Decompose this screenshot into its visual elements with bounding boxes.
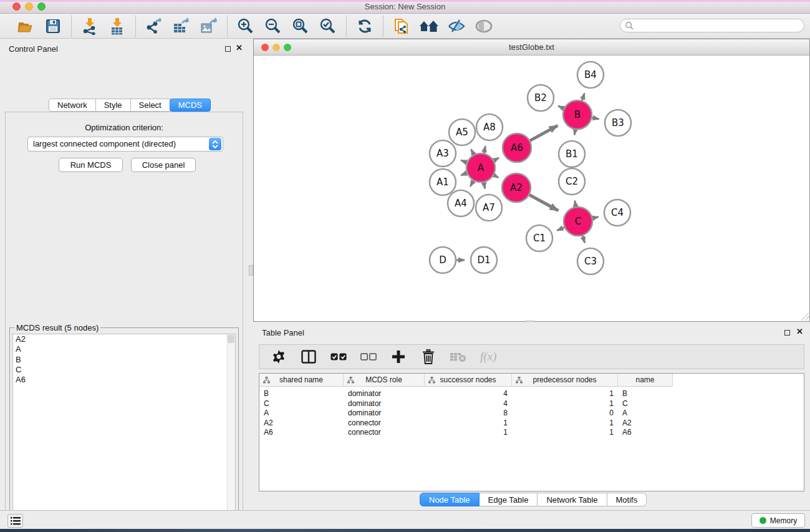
search-icon <box>625 21 634 30</box>
float-panel-icon[interactable] <box>784 330 790 336</box>
hide-all-columns-icon[interactable] <box>360 349 377 365</box>
float-panel-icon[interactable] <box>225 46 231 52</box>
table-cell[interactable]: 1 <box>512 418 618 428</box>
tab-style[interactable]: Style <box>96 99 131 112</box>
hide-graphics-details-icon[interactable] <box>446 17 466 36</box>
tab-select[interactable]: Select <box>131 99 170 112</box>
duplicate-network-icon[interactable] <box>392 17 412 36</box>
table-cell[interactable]: 4 <box>425 399 512 409</box>
close-panel-icon[interactable]: ✕ <box>796 327 803 336</box>
node-table[interactable]: shared nameMCDS rolesuccessor nodesprede… <box>259 373 804 491</box>
tab-motifs[interactable]: Motifs <box>607 493 647 506</box>
column-header-successor-nodes[interactable]: successor nodes <box>425 374 512 387</box>
mcds-result-list: A2ABCA6 <box>12 334 236 532</box>
zoom-in-icon[interactable] <box>236 17 256 36</box>
network-canvas[interactable]: AA1A2A3A4A5A6A7A8BB1B2B3B4CC1C2C3C4DD1 <box>254 56 809 321</box>
split-view-icon[interactable] <box>301 349 317 365</box>
table-cell[interactable]: A2 <box>259 418 344 428</box>
memory-button[interactable]: Memory <box>751 513 805 528</box>
table-row[interactable]: A6connector11A6 <box>259 428 673 438</box>
splitter-handle-vertical[interactable] <box>249 265 253 276</box>
table-cell[interactable]: C <box>618 399 673 409</box>
table-cell[interactable]: 1 <box>512 389 618 399</box>
open-file-icon[interactable] <box>16 17 36 36</box>
graph-edge-A6-B[interactable] <box>528 125 557 142</box>
table-cell[interactable]: 8 <box>425 409 512 418</box>
graph-node-label: C4 <box>611 207 624 218</box>
table-cell[interactable]: A2 <box>618 418 673 428</box>
table-cell[interactable]: 1 <box>512 399 618 409</box>
table-cell[interactable]: dominator <box>344 389 425 399</box>
close-panel-icon[interactable]: ✕ <box>236 43 243 52</box>
show-graphics-details-icon[interactable] <box>474 17 494 36</box>
zoom-fit-icon[interactable] <box>291 17 311 36</box>
memory-status-dot <box>759 517 766 524</box>
window-resize-grip[interactable] <box>800 312 809 321</box>
table-cell[interactable]: 1 <box>425 428 512 438</box>
export-table-icon[interactable] <box>171 17 191 36</box>
table-cell[interactable]: A6 <box>259 428 344 438</box>
optimization-criterion-select[interactable]: largest connected component (directed) <box>27 137 223 152</box>
table-row[interactable]: A2connector11A2 <box>259 418 673 428</box>
export-image-icon[interactable] <box>199 17 219 36</box>
table-cell[interactable]: dominator <box>344 409 425 418</box>
search-input[interactable] <box>634 20 804 31</box>
tab-node-table[interactable]: Node Table <box>420 493 480 506</box>
refresh-icon[interactable] <box>355 17 375 36</box>
control-panel: Control Panel ✕ Network Style Select MCD… <box>0 39 249 510</box>
column-header-name[interactable]: name <box>618 374 673 387</box>
show-all-columns-icon[interactable] <box>330 349 347 365</box>
run-mcds-button[interactable]: Run MCDS <box>59 158 123 172</box>
table-cell[interactable]: connector <box>344 428 425 438</box>
add-column-icon[interactable] <box>390 349 407 365</box>
table-panel-title: Table Panel <box>262 328 304 337</box>
table-cell[interactable]: A6 <box>618 428 673 438</box>
table-row[interactable]: Bdominator41B <box>259 389 673 399</box>
home-icon[interactable] <box>419 17 439 36</box>
table-cell[interactable]: B <box>259 389 344 399</box>
search-field[interactable] <box>620 19 804 32</box>
table-row[interactable]: Adominator80A <box>259 409 673 418</box>
import-table-icon[interactable] <box>107 17 127 36</box>
column-header-predecessor-nodes[interactable]: predecessor nodes <box>512 374 618 387</box>
task-history-button[interactable] <box>7 514 23 528</box>
save-session-icon[interactable] <box>43 17 63 36</box>
delete-column-trash-icon[interactable] <box>420 349 436 365</box>
tab-mcds[interactable]: MCDS <box>170 99 211 112</box>
table-cell[interactable]: B <box>618 389 673 399</box>
graph-node-label: A <box>478 162 485 173</box>
optimization-criterion-label: Optimization criterion: <box>6 123 243 132</box>
tab-network-table[interactable]: Network Table <box>538 493 607 506</box>
table-cell[interactable]: 1 <box>512 428 618 438</box>
control-panel-tabs: Network Style Select MCDS <box>49 99 211 112</box>
zoom-selected-icon[interactable] <box>318 17 338 36</box>
settings-gear-icon[interactable] <box>271 349 287 365</box>
column-header-shared-name[interactable]: shared name <box>259 374 344 387</box>
delete-table-icon <box>450 349 466 365</box>
zoom-out-icon[interactable] <box>263 17 283 36</box>
table-cell[interactable]: C <box>259 399 344 409</box>
import-network-icon[interactable] <box>80 17 100 36</box>
network-canvas-svg[interactable]: AA1A2A3A4A5A6A7A8BB1B2B3B4CC1C2C3C4DD1 <box>254 56 809 321</box>
export-network-icon[interactable] <box>144 17 164 36</box>
table-cell[interactable]: A <box>618 409 673 418</box>
table-row[interactable]: Cdominator41C <box>259 399 673 409</box>
tab-network[interactable]: Network <box>49 99 96 112</box>
column-header-MCDS-role[interactable]: MCDS role <box>344 374 425 387</box>
graph-node-label: A4 <box>455 198 467 209</box>
memory-label: Memory <box>770 516 797 525</box>
result-scrollbar[interactable] <box>227 334 235 532</box>
graph-node-label: B1 <box>566 148 578 160</box>
close-panel-button[interactable]: Close panel <box>131 158 196 172</box>
table-cell[interactable]: connector <box>344 418 425 428</box>
table-cell[interactable]: A <box>259 409 344 418</box>
network-window-titlebar[interactable]: testGlobe.txt <box>254 39 809 56</box>
graph-edge-A2-C[interactable] <box>528 194 558 211</box>
tab-edge-table[interactable]: Edge Table <box>480 493 538 506</box>
table-cell[interactable]: 4 <box>425 389 512 399</box>
table-cell[interactable]: 0 <box>512 409 618 418</box>
table-cell[interactable]: 1 <box>425 418 512 428</box>
table-cell[interactable]: dominator <box>344 399 425 409</box>
graph-node-label: D1 <box>477 254 490 266</box>
result-scrollbar-thumb[interactable] <box>228 335 234 343</box>
